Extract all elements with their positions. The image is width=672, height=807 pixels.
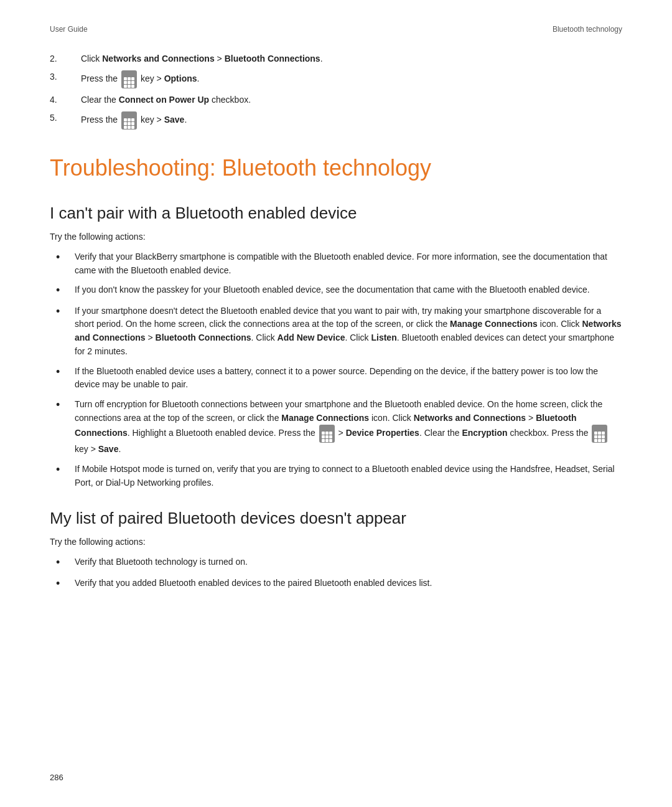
step-5: 5. Press the key > Save.: [50, 111, 622, 130]
menu-key-icon-3: [319, 425, 335, 443]
list-item: If you don't know the passkey for your B…: [50, 283, 622, 298]
list-item: If Mobile Hotspot mode is turned on, ver…: [50, 463, 622, 489]
header-right: Bluetooth technology: [553, 25, 622, 34]
step-3: 3. Press the key > Options.: [50, 70, 622, 88]
list-item: Verify that you added Bluetooth enabled …: [50, 577, 622, 591]
numbered-list: 2. Click Networks and Connections > Blue…: [50, 52, 622, 130]
intro-text-2: Try the following actions:: [50, 537, 622, 547]
list-item: If the Bluetooth enabled device uses a b…: [50, 365, 622, 392]
list-item: Turn off encryption for Bluetooth connec…: [50, 398, 622, 456]
page-header: User Guide Bluetooth technology: [50, 25, 622, 34]
page-number: 286: [50, 773, 63, 782]
section-title: Troubleshooting: Bluetooth technology: [50, 154, 622, 181]
bullet-list-2: Verify that Bluetooth technology is turn…: [50, 555, 622, 591]
list-item: Verify that your BlackBerry smartphone i…: [50, 250, 622, 277]
menu-key-icon: [121, 70, 137, 88]
subsection-list: My list of paired Bluetooth devices does…: [50, 508, 622, 591]
step-4: 4. Clear the Connect on Power Up checkbo…: [50, 93, 622, 106]
subsection-title-2: My list of paired Bluetooth devices does…: [50, 508, 622, 529]
step-2: 2. Click Networks and Connections > Blue…: [50, 52, 622, 65]
menu-key-icon-2: [121, 111, 137, 130]
subsection-pair: I can't pair with a Bluetooth enabled de…: [50, 203, 622, 489]
intro-text-1: Try the following actions:: [50, 232, 622, 242]
bullet-list-1: Verify that your BlackBerry smartphone i…: [50, 250, 622, 489]
menu-key-icon-4: [592, 425, 607, 443]
subsection-title-1: I can't pair with a Bluetooth enabled de…: [50, 203, 622, 224]
list-item: Verify that Bluetooth technology is turn…: [50, 555, 622, 570]
list-item: If your smartphone doesn't detect the Bl…: [50, 304, 622, 359]
header-left: User Guide: [50, 25, 88, 34]
